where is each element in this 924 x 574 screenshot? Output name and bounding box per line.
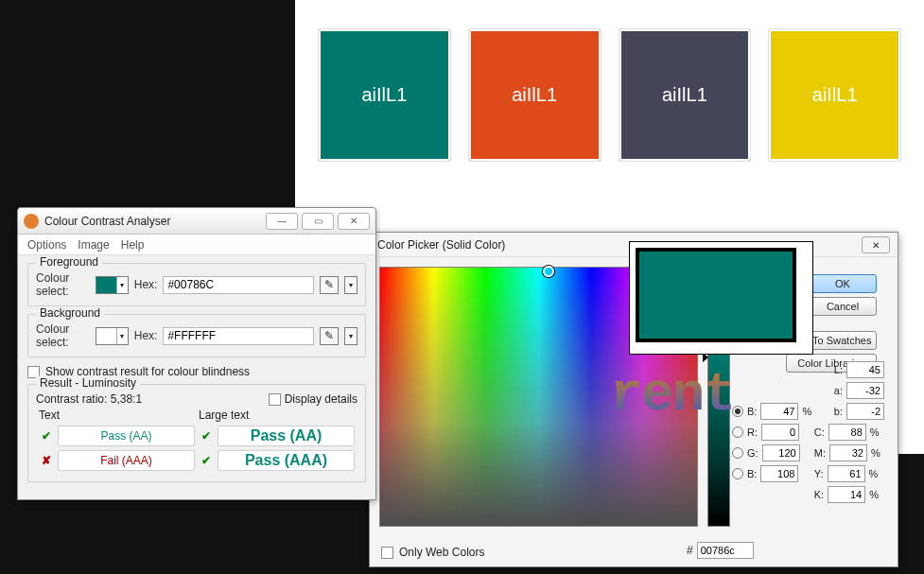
minimize-button[interactable]: — (266, 213, 298, 230)
b-field[interactable] (846, 403, 884, 420)
swatch-slate[interactable]: aiIlL1 (619, 28, 752, 162)
swatch-row: aiIlL1 aiIlL1 aiIlL1 aiIlL1 (318, 28, 901, 162)
K-field[interactable] (828, 486, 865, 503)
M-label: M: (814, 447, 826, 459)
G-label: G: (747, 447, 758, 459)
web-colors-label: Only Web Colors (399, 546, 484, 559)
background-legend: Background (36, 306, 104, 320)
a-field[interactable] (846, 382, 884, 399)
menu-help[interactable]: Help (121, 238, 145, 252)
B-radio[interactable] (732, 468, 743, 479)
bg-select-label: Colour select: (36, 322, 90, 349)
result-legend: Result - Luminosity (36, 376, 140, 390)
Y-field[interactable] (828, 465, 865, 482)
background-group: Background Colour select: ▾ Hex: ✎ ▾ (27, 314, 366, 357)
fg-swatch-chip (96, 277, 116, 293)
pass-icon: ✔ (38, 425, 55, 447)
cca-title-text: Colour Contrast Analyser (44, 215, 170, 228)
cca-menubar: Options Image Help (18, 235, 375, 255)
result-table: Text Large text ✔ Pass (AA) ✔ Pass (AA) … (36, 406, 357, 474)
fg-swatch-dropdown[interactable]: ▾ (96, 276, 129, 294)
fail-icon: ✘ (38, 449, 55, 472)
G-radio[interactable] (732, 447, 743, 459)
menu-image[interactable]: Image (78, 238, 109, 252)
menu-options[interactable]: Options (27, 238, 66, 252)
R-field[interactable] (761, 424, 799, 441)
foreground-group: Foreground Colour select: ▾ Hex: ✎ ▾ (27, 263, 366, 306)
cca-app-icon (24, 214, 39, 229)
G-field[interactable] (762, 444, 800, 461)
fg-eyedropper-button[interactable]: ✎ (320, 276, 338, 294)
large-heading: Large text (199, 409, 249, 422)
swatch-orange[interactable]: aiIlL1 (468, 28, 601, 162)
bg-swatch-dropdown[interactable]: ▾ (96, 327, 129, 345)
foreground-legend: Foreground (36, 255, 102, 269)
eyedropper-icon: ✎ (324, 278, 334, 291)
swatch-label: aiIlL1 (512, 84, 557, 106)
bg-eyedropper-menu[interactable]: ▾ (344, 327, 357, 345)
C-field[interactable] (828, 424, 866, 441)
maximize-button[interactable]: ▭ (302, 213, 334, 230)
R-label: R: (747, 426, 758, 438)
fg-hex-input[interactable] (163, 276, 314, 294)
details-checkbox[interactable] (269, 393, 281, 406)
L-field[interactable] (846, 361, 884, 378)
details-label: Display details (285, 392, 357, 406)
bg-eyedropper-button[interactable]: ✎ (320, 327, 338, 345)
text-heading: Text (39, 409, 60, 422)
swatch-label: aiIlL1 (361, 84, 407, 106)
pixel-text-overlay: rent (610, 364, 734, 426)
Y-label: Y: (814, 468, 824, 479)
chevron-down-icon: ▾ (116, 328, 128, 344)
bg-hex-label: Hex: (134, 329, 158, 342)
picker-close-button[interactable]: ✕ (862, 236, 890, 253)
swatch-label: aiIlL1 (812, 84, 858, 106)
M-field[interactable] (829, 444, 867, 461)
picker-title-text: Color Picker (Solid Color) (377, 238, 505, 252)
swatch-label: aiIlL1 (662, 84, 707, 106)
fg-hex-label: Hex: (134, 278, 158, 291)
cancel-button[interactable]: Cancel (809, 297, 877, 316)
hex-field[interactable] (697, 542, 754, 559)
a-label: a: (834, 385, 843, 396)
pass-icon: ✔ (198, 425, 215, 447)
B-pct-label: B: (747, 406, 757, 417)
large-aa-badge: Pass (AA) (218, 426, 355, 446)
K-label: K: (814, 489, 824, 500)
pct-label: % (802, 406, 815, 417)
large-aaa-badge: Pass (AAA) (218, 450, 355, 471)
b-label: b: (834, 406, 843, 417)
ok-button[interactable]: OK (809, 274, 877, 293)
R-radio[interactable] (732, 426, 743, 438)
swatch-yellow[interactable]: aiIlL1 (768, 28, 901, 162)
pass-icon: ✔ (198, 449, 215, 472)
cca-window: Colour Contrast Analyser — ▭ ✕ Options I… (17, 207, 376, 500)
bg-swatch-chip (96, 328, 116, 344)
B-label: B: (747, 468, 757, 479)
ratio-label: Contrast ratio: (36, 392, 107, 406)
color-field-cursor[interactable] (543, 266, 554, 277)
fg-select-label: Colour select: (36, 271, 90, 298)
web-colors-checkbox[interactable] (381, 547, 393, 559)
swatch-teal[interactable]: aiIlL1 (318, 28, 451, 162)
result-group: Result - Luminosity Contrast ratio: 5,38… (27, 384, 366, 482)
chevron-down-icon: ▾ (116, 277, 128, 293)
bg-hex-input[interactable] (163, 327, 314, 345)
fg-eyedropper-menu[interactable]: ▾ (344, 276, 357, 294)
L-label: L: (834, 364, 843, 375)
hex-hash: # (687, 544, 693, 557)
B-pct-field[interactable] (760, 403, 798, 420)
C-label: C: (814, 426, 825, 438)
ratio-value: 5,38:1 (111, 392, 142, 406)
eyedropper-icon: ✎ (324, 329, 334, 342)
magnifier-preview (629, 241, 813, 355)
cca-titlebar[interactable]: Colour Contrast Analyser — ▭ ✕ (18, 208, 375, 235)
text-aa-badge: Pass (AA) (58, 426, 195, 446)
magnifier-color-chip (636, 248, 796, 342)
B-field[interactable] (760, 465, 798, 482)
text-aaa-badge: Fail (AAA) (58, 450, 195, 471)
close-button[interactable]: ✕ (338, 213, 370, 230)
